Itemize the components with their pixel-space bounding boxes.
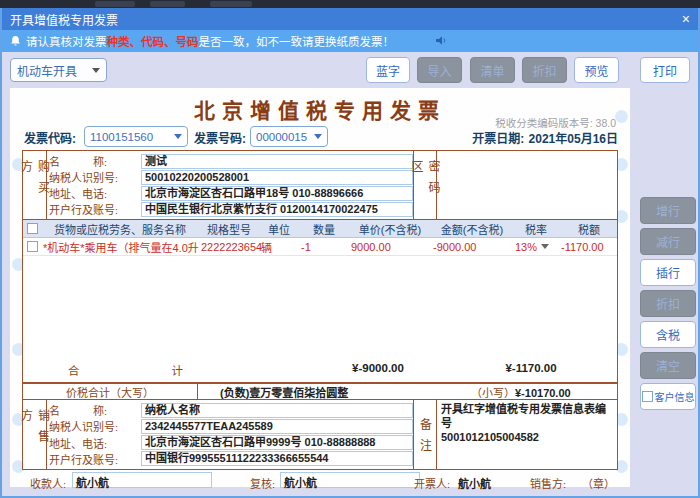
reviewer-input[interactable]: 航小航 (280, 472, 420, 488)
seller-address-label: 地址、电话: (49, 435, 141, 451)
totals-label: 合计 (68, 362, 183, 378)
header-unit-price: 单价(不含税) (349, 221, 431, 237)
drawer-label: 开票人: (414, 475, 450, 491)
tax-included-label: 含税 (656, 326, 680, 343)
side-discount-label: 折扣 (656, 295, 680, 312)
buyer-name-label: 名 称: (49, 153, 141, 169)
buyer-address-row: 地址、电话: 北京市海淀区杏石口路甲18号 010-88896666 (49, 185, 413, 201)
speaker-icon[interactable] (435, 34, 449, 47)
password-area-label: 密码区 (413, 151, 437, 219)
side-discount-button: 折扣 (640, 290, 696, 317)
header-unit: 单位 (259, 221, 299, 237)
title-bar: 开具增值税专用发票 × (2, 8, 698, 30)
tax-included-button[interactable]: 含税 (640, 321, 696, 348)
invoice-mode-dropdown[interactable]: 机动车开具 (10, 58, 107, 82)
add-row-label: 增行 (656, 202, 680, 219)
item-price[interactable]: 9000.00 (349, 241, 431, 253)
preview-label: 预览 (584, 62, 608, 79)
password-area (437, 151, 617, 219)
item-qty[interactable]: -1 (299, 241, 349, 253)
seller-stamp-label: 销售方: (530, 475, 566, 491)
buyer-taxid-input[interactable]: 50010220200528001 (141, 170, 413, 185)
item-tax-value: -1170.00 (561, 241, 604, 253)
alert-text-pre: 请认真核对发票 (26, 33, 107, 49)
buyer-taxid-label: 纳税人识别号: (49, 169, 141, 185)
bell-icon (10, 35, 26, 47)
item-tax[interactable]: -1170.00 (559, 241, 619, 253)
blue-invoice-button[interactable]: 蓝字 (366, 57, 410, 83)
invoice-date-label: 开票日期: (472, 132, 524, 146)
grand-total-row: 价税合计（大写） (负数)壹万零壹佰柒拾圆整 （小写）¥-10170.00 (22, 383, 618, 400)
preview-button[interactable]: 预览 (574, 57, 619, 83)
totals-row: 合计 ¥-9000.00 ¥-1170.00 (23, 362, 617, 380)
customer-info-button[interactable]: 客户信息 (640, 383, 696, 410)
header-item-name: 货物或应税劳务、服务名称 (41, 221, 199, 237)
customer-info-checkbox[interactable] (642, 391, 653, 402)
in-figures-label: （小写） (471, 387, 515, 399)
grand-total-in-figures: （小写）¥-10170.00 (471, 384, 571, 400)
alert-text-highlight: 种类、代码、号码 (107, 33, 199, 49)
chevron-down-icon (174, 134, 182, 139)
seller-bank-input[interactable]: 中国银行99955511122233366655544 (141, 451, 413, 466)
item-tax-rate-value: 13% (515, 241, 537, 253)
buyer-name-input[interactable]: 测试 (141, 154, 413, 169)
totals-tax: ¥-1170.00 (481, 362, 581, 374)
seller-name-row: 名 称: 纳税人名称 (49, 402, 413, 418)
clear-label: 清空 (656, 357, 680, 374)
seller-name-label: 名 称: (49, 402, 141, 418)
seller-stamp-value: （章） (582, 475, 615, 491)
grand-total-label: 价税合计（大写） (23, 384, 198, 399)
row-checkbox[interactable] (27, 241, 38, 252)
import-label: 导入 (427, 62, 451, 79)
insert-row-button[interactable]: 插行 (640, 259, 696, 286)
insert-row-label: 插行 (656, 264, 680, 281)
close-icon[interactable]: × (682, 12, 690, 26)
seller-taxid-label: 纳税人识别号: (49, 418, 141, 434)
item-unit[interactable]: 辆 (259, 239, 299, 255)
background-tab (95, 1, 135, 7)
blue-invoice-label: 蓝字 (376, 62, 400, 79)
print-button[interactable]: 打印 (640, 57, 690, 83)
table-row[interactable]: *机动车*乘用车（排气量在4.0升以上 2222223654 辆 -1 9000… (23, 238, 617, 256)
buyer-fields: 名 称: 测试 纳税人识别号: 50010220200528001 地址、电话:… (47, 151, 413, 219)
buyer-side-label: 购买方 (23, 151, 47, 219)
background-tab (150, 1, 185, 7)
alert-text-post: 是否一致，如不一致请更换纸质发票！ (199, 33, 395, 49)
remark-line1: 开具红字增值税专用发票信息表编号 (441, 402, 613, 430)
invoice-code-row: 发票代码: 1100151560 发票号码: 00000015 开票日期: 20… (10, 126, 630, 148)
grand-total-in-words: (负数)壹万零壹佰柒拾圆整 (198, 384, 348, 400)
seller-side-label: 销售方 (23, 400, 47, 469)
invoice-code-value: 1100151560 (90, 131, 153, 143)
invoice-window: 开具增值税专用发票 × 请认真核对发票种类、代码、号码是否一致，如不一致请更换纸… (0, 8, 700, 498)
buyer-name-row: 名 称: 测试 (49, 153, 413, 169)
invoice-footer: 收款人: 航小航 复核: 航小航 开票人: 航小航 销售方: （章） (22, 472, 618, 490)
customer-info-label: 客户信息 (655, 389, 695, 404)
invoice-code-dropdown[interactable]: 1100151560 (84, 126, 188, 147)
select-all-checkbox[interactable] (27, 223, 38, 234)
clear-button: 清空 (640, 352, 696, 379)
payee-input[interactable]: 航小航 (72, 472, 212, 488)
invoice-mode-value: 机动车开具 (17, 62, 77, 79)
buyer-bank-row: 开户行及账号: 中国民生银行北京紫竹支行 0120014170022475 (49, 201, 413, 217)
chevron-down-icon (541, 244, 549, 249)
item-tax-rate-dropdown[interactable]: 13% (513, 241, 559, 253)
seller-bank-label: 开户行及账号: (49, 451, 141, 467)
buyer-address-input[interactable]: 北京市海淀区杏石口路甲18号 010-88896666 (141, 186, 413, 201)
import-button: 导入 (417, 57, 462, 83)
header-spec: 规格型号 (199, 221, 259, 237)
invoice-number-dropdown[interactable]: 00000015 (250, 126, 328, 147)
background-window-strip (0, 0, 700, 8)
seller-taxid-input[interactable]: 2342445577TEAA245589 (141, 419, 413, 434)
alert-bar: 请认真核对发票种类、代码、号码是否一致，如不一致请更换纸质发票！ (2, 30, 698, 52)
seller-address-input[interactable]: 北京市海淀区杏石口路甲9999号 010-88888888 (141, 435, 413, 450)
chevron-down-icon (314, 134, 322, 139)
list-label: 清单 (480, 62, 504, 79)
seller-address-row: 地址、电话: 北京市海淀区杏石口路甲9999号 010-88888888 (49, 435, 413, 451)
item-amount[interactable]: -9000.00 (431, 241, 513, 253)
buyer-bank-input[interactable]: 中国民生银行北京紫竹支行 0120014170022475 (141, 202, 413, 217)
item-spec[interactable]: 2222223654 (199, 241, 259, 253)
seller-name-input[interactable]: 纳税人名称 (141, 403, 413, 418)
payee-label: 收款人: (30, 475, 66, 491)
item-name[interactable]: *机动车*乘用车（排气量在4.0升以上 (41, 239, 199, 255)
remark-content[interactable]: 开具红字增值税专用发票信息表编号 5001012105004582 (437, 400, 617, 469)
